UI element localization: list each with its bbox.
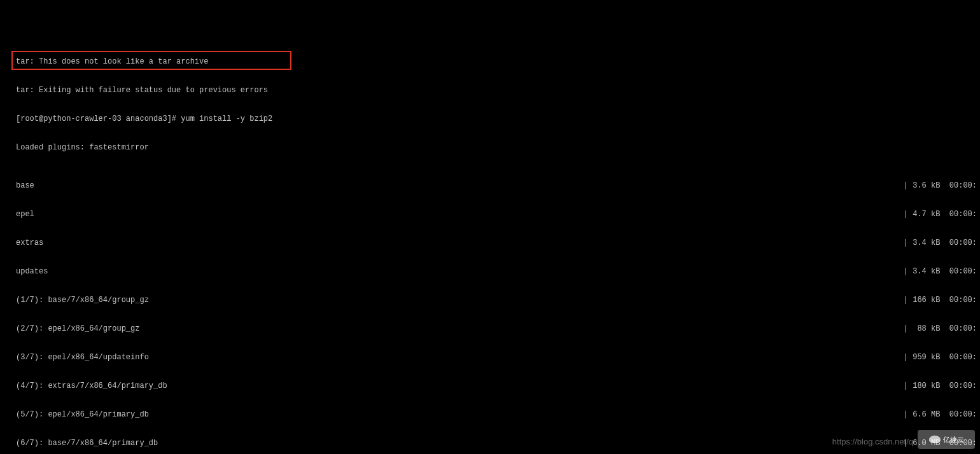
watermark-brand: 亿速云 [943,435,964,444]
repo-line: (1/7): base/7/x86_64/group_gz| 166 kB 00… [16,296,977,305]
line: Loaded plugins: fastestmirror [16,143,977,153]
repo-line: (2/7): epel/x86_64/group_gz| 88 kB 00:00… [16,324,977,334]
repo-line: base| 3.6 kB 00:00: [16,181,977,191]
line: tar: Exiting with failure status due to … [16,86,977,95]
line: tar: This does not look like a tar archi… [16,57,977,67]
cloud-icon [929,436,941,443]
watermark-url: https://blog.csdn.net/q [832,437,913,446]
terminal-output[interactable]: tar: This does not look like a tar archi… [0,38,980,454]
repo-line: (3/7): epel/x86_64/updateinfo| 959 kB 00… [16,353,977,362]
command-line: [root@python-crawler-03 anaconda3]# yum … [16,114,977,124]
repo-line: epel| 4.7 kB 00:00: [16,210,977,219]
watermark-logo: 亿速云 [918,430,975,449]
repo-line: (4/7): extras/7/x86_64/primary_db| 180 k… [16,382,977,391]
repo-line: updates| 3.4 kB 00:00: [16,267,977,277]
repo-line: extras| 3.4 kB 00:00: [16,238,977,248]
repo-line: (5/7): epel/x86_64/primary_db| 6.6 MB 00… [16,410,977,420]
